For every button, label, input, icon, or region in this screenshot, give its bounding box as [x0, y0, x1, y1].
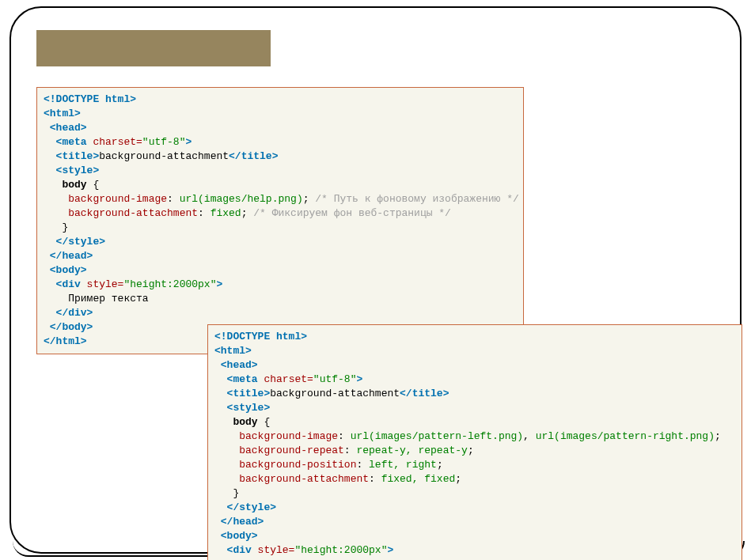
code-token: left, right — [369, 459, 437, 471]
code-line: </style> — [214, 501, 735, 515]
code-token: body — [214, 416, 258, 428]
code-token: ; — [437, 459, 443, 471]
code-token: background-attachment — [99, 150, 229, 162]
code-block-2: <!DOCTYPE html><html> <head> <meta chars… — [207, 324, 742, 560]
code-token — [214, 445, 239, 456]
code-line: <html> — [44, 107, 517, 121]
code-token: "height:2000px" — [294, 544, 387, 556]
code-line: </style> — [44, 235, 517, 249]
code-token: : — [369, 473, 381, 485]
code-token: <title> — [44, 150, 99, 162]
code-token: Пример текста — [44, 293, 149, 305]
code-token: "utf-8" — [313, 373, 357, 385]
code-line: background-image: url(images/pattern-lef… — [214, 429, 735, 444]
code-line: } — [214, 486, 735, 501]
slide-frame: <!DOCTYPE html><html> <head> <meta chars… — [9, 6, 742, 554]
code-token: <html> — [44, 108, 81, 119]
code-token: ; — [303, 193, 316, 205]
code-token: background-image — [68, 193, 167, 205]
code-block-1: <!DOCTYPE html><html> <head> <meta chars… — [36, 87, 524, 354]
code-line: body { — [44, 178, 517, 192]
code-token: background-repeat — [239, 445, 344, 456]
code-token: : — [167, 193, 180, 205]
code-line: <title>background-attachment</title> — [44, 149, 517, 164]
code-token: <div — [44, 278, 87, 290]
code-token: fixed — [211, 207, 241, 219]
code-line: <title>background-attachment</title> — [214, 387, 735, 401]
code-line: <body> — [44, 263, 517, 278]
code-token: background-attachment — [239, 473, 369, 485]
code-token: body — [44, 179, 87, 191]
code-token: : — [338, 430, 351, 442]
code-line: background-attachment: fixed, fixed; — [214, 472, 735, 486]
code-token: </title> — [229, 150, 278, 162]
code-token: background-position — [239, 459, 356, 471]
code-token: </title> — [400, 388, 449, 399]
title-bar — [36, 30, 271, 66]
code-token: charset= — [93, 136, 142, 148]
code-token: } — [214, 487, 239, 499]
code-token: } — [44, 221, 68, 233]
code-line: <head> — [44, 121, 517, 135]
code-line: </head> — [44, 249, 517, 263]
code-token: > — [356, 373, 362, 385]
code-token — [44, 193, 68, 205]
code-line: body { — [214, 415, 735, 429]
code-token: > — [216, 278, 222, 290]
code-line: </head> — [214, 515, 735, 529]
code-token — [44, 207, 68, 219]
code-token: <style> — [44, 165, 99, 176]
code-token: ; — [241, 207, 254, 219]
code-line: <head> — [214, 358, 735, 373]
code-token: <head> — [44, 122, 87, 134]
code-token — [214, 459, 239, 471]
code-token — [214, 473, 239, 485]
code-token: repeat-y, repeat-y — [356, 445, 467, 456]
code-token: ; — [715, 430, 721, 442]
code-line: <div style="height:2000px"> — [214, 543, 735, 558]
code-token: fixed, fixed — [381, 473, 456, 485]
code-token: background-image — [239, 430, 338, 442]
code-line: Пример текста — [44, 292, 517, 306]
code-token: ; — [455, 473, 461, 485]
code-token: </body> — [44, 321, 93, 333]
code-line: <body> — [214, 529, 735, 543]
code-token: "utf-8" — [142, 136, 186, 148]
code-line: <style> — [44, 164, 517, 178]
code-token: > — [185, 136, 192, 148]
code-token: <meta — [214, 373, 264, 385]
code-token: </html> — [44, 335, 87, 347]
code-token: url(images/pattern-right.png) — [536, 430, 715, 442]
code-token: "height:2000px" — [123, 278, 216, 290]
code-token: : — [356, 459, 369, 471]
slide: <!DOCTYPE html><html> <head> <meta chars… — [0, 0, 751, 560]
code-token: style= — [258, 544, 295, 556]
code-line: background-repeat: repeat-y, repeat-y; — [214, 444, 735, 458]
code-token: <!DOCTYPE html> — [214, 331, 307, 342]
code-line: background-image: url(images/help.png); … — [44, 192, 517, 206]
code-token: background-attachment — [68, 207, 198, 219]
code-token: <head> — [214, 359, 258, 371]
code-line: </div> — [44, 306, 517, 320]
code-token: <div — [214, 544, 258, 556]
code-token: /* Фиксируем фон веб-страницы */ — [253, 207, 451, 219]
code-token: url(images/pattern-left.png) — [351, 430, 523, 442]
code-token: <title> — [214, 388, 270, 399]
code-token: </div> — [44, 307, 93, 319]
code-token — [214, 430, 239, 442]
code-token: { — [87, 179, 100, 191]
code-token: </style> — [214, 501, 276, 513]
code-token: </head> — [44, 250, 93, 262]
code-line: <meta charset="utf-8"> — [214, 373, 735, 387]
code-token: , — [523, 430, 536, 442]
code-token: <!DOCTYPE html> — [44, 93, 136, 105]
code-token: { — [258, 416, 271, 428]
code-line: <!DOCTYPE html> — [44, 93, 517, 107]
code-line: <!DOCTYPE html> — [214, 330, 735, 344]
code-line: <meta charset="utf-8"> — [44, 135, 517, 149]
code-token: </head> — [214, 516, 264, 528]
code-token: background-attachment — [270, 388, 400, 399]
code-line: background-position: left, right; — [214, 458, 735, 472]
code-token: <body> — [44, 264, 87, 276]
code-line: <html> — [214, 344, 735, 358]
